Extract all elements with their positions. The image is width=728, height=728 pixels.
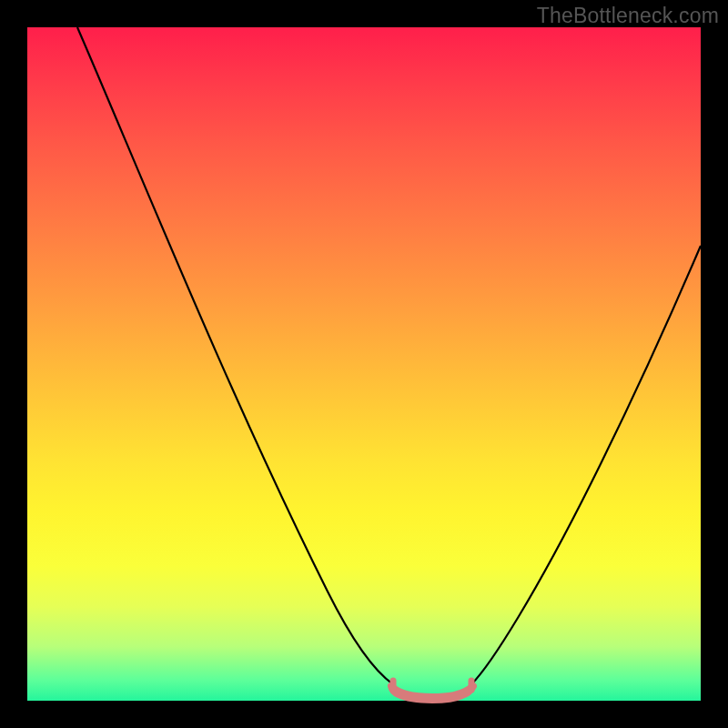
watermark-label: TheBottleneck.com <box>537 4 719 28</box>
plot-area <box>27 27 701 701</box>
bottleneck-curve-left <box>77 27 393 684</box>
highlight-band <box>391 686 473 700</box>
chart-container: TheBottleneck.com <box>0 0 728 728</box>
bottleneck-curve-right <box>471 246 701 684</box>
curve-svg <box>27 27 701 701</box>
